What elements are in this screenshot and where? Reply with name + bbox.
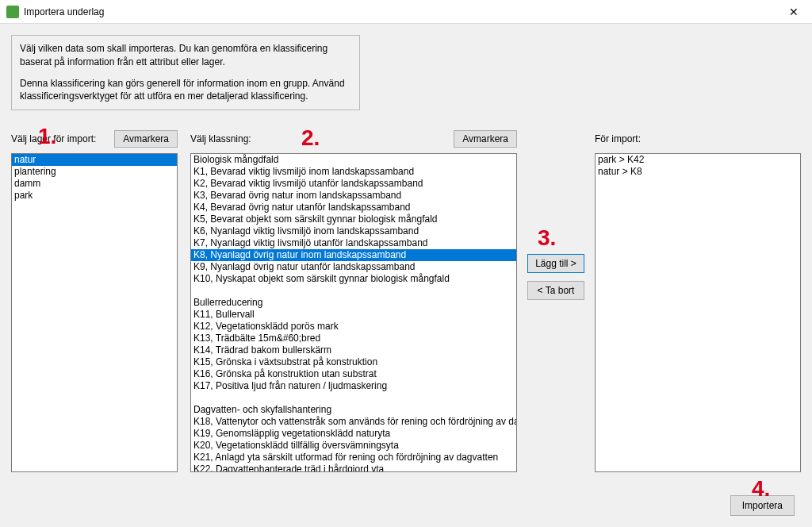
for-import-header: För import: [595,129,801,148]
classification-item[interactable]: K19, Genomsläpplig vegetationsklädd natu… [191,428,516,440]
classification-item[interactable]: K5, Bevarat objekt som särskilt gynnar b… [191,213,516,225]
for-import-item[interactable]: natur > K8 [596,166,800,178]
classification-item[interactable]: K4, Bevarad övrig natur utanför landskap… [191,202,516,213]
info-box: Välj vilken data som skall importeras. D… [11,35,360,110]
layers-listbox[interactable]: naturplanteringdammpark [11,153,178,472]
remove-button[interactable]: < Ta bort [527,281,584,300]
layers-item[interactable]: park [12,190,177,202]
for-import-item[interactable]: park > K42 [596,154,800,166]
classification-column: Välj klassning: Avmarkera Biologisk mång… [190,129,517,472]
classification-group-header: Bullerreducering [191,297,516,309]
footer: Importera [730,495,795,516]
layers-deselect-button[interactable]: Avmarkera [114,130,178,148]
close-button[interactable]: ✕ [776,0,812,24]
layers-label: Välj lager för import: [11,133,96,144]
classification-item[interactable]: K9, Nyanlagd övrig natur utanför landska… [191,261,516,273]
classification-item[interactable]: K11, Bullervall [191,309,516,321]
classification-item[interactable]: K18, Vattenytor och vattenstråk som anvä… [191,416,516,428]
dialog-content: Välj vilken data som skall importeras. D… [0,24,812,527]
columns: Välj lager för import: Avmarkera naturpl… [11,129,801,472]
classification-group-header: Biologisk mångdfald [191,154,516,166]
transfer-column: Lägg till > < Ta bort [525,129,587,300]
info-text-2: Denna klassificering kan görs generell f… [20,77,351,104]
app-icon [6,6,19,18]
window-title: Importera underlag [24,6,776,17]
classification-item[interactable]: K8, Nyanlagd övrig natur inom landskapss… [191,249,516,261]
classification-item[interactable]: K13, Trädbälte 15m&#60;bred [191,333,516,344]
classification-item[interactable]: K1, Bevarad viktig livsmiljö inom landsk… [191,166,516,178]
for-import-column: För import: park > K42natur > K8 [595,129,801,472]
classification-item[interactable]: K20, Vegetationsklädd tillfällig översvä… [191,440,516,452]
classification-item[interactable]: K14, Trädrad bakom bullerskärm [191,344,516,356]
classification-listbox[interactable]: Biologisk mångdfaldK1, Bevarad viktig li… [190,153,517,472]
classification-item[interactable]: K12, Vegetationsklädd porös mark [191,321,516,333]
layers-item[interactable]: plantering [12,166,177,178]
classification-header: Välj klassning: Avmarkera [190,129,517,148]
import-button[interactable]: Importera [730,495,795,516]
classification-item[interactable]: K21, Anlagd yta särskilt utformad för re… [191,452,516,464]
for-import-listbox[interactable]: park > K42natur > K8 [595,153,801,472]
classification-item[interactable]: K16, Grönska på konstruktion utan substr… [191,368,516,380]
classification-group-header: Dagvatten- och skyfallshantering [191,404,516,416]
classification-label: Välj klassning: [190,133,251,144]
classification-item[interactable]: K7, Nyanlagd viktig livsmiljö utanför la… [191,237,516,249]
classification-item[interactable]: K10, Nyskapat objekt som särskilt gynnar… [191,273,516,285]
classification-item[interactable]: K17, Positiva ljud från naturen / ljudma… [191,380,516,392]
layers-column: Välj lager för import: Avmarkera naturpl… [11,129,178,472]
layers-item[interactable]: natur [12,154,177,166]
layers-header: Välj lager för import: Avmarkera [11,129,178,148]
layers-item[interactable]: damm [12,178,177,190]
classification-item[interactable]: K2, Bevarad viktig livsmiljö utanför lan… [191,178,516,190]
titlebar: Importera underlag ✕ [0,0,812,24]
add-button[interactable]: Lägg till > [527,254,584,273]
classification-item[interactable]: K15, Grönska i växtsubstrat på konstrukt… [191,356,516,368]
classification-deselect-button[interactable]: Avmarkera [454,130,517,148]
classification-item[interactable]: K6, Nyanlagd viktig livsmiljö inom lands… [191,225,516,237]
for-import-label: För import: [595,133,641,144]
classification-item[interactable]: K22, Dagvattenhanterade träd i hårdgjord… [191,464,516,472]
close-icon: ✕ [789,6,799,18]
classification-item[interactable]: K3, Bevarad övrig natur inom landskapssa… [191,190,516,202]
info-text-1: Välj vilken data som skall importeras. D… [20,42,351,69]
dialog-window: Importera underlag ✕ Välj vilken data so… [0,0,812,527]
